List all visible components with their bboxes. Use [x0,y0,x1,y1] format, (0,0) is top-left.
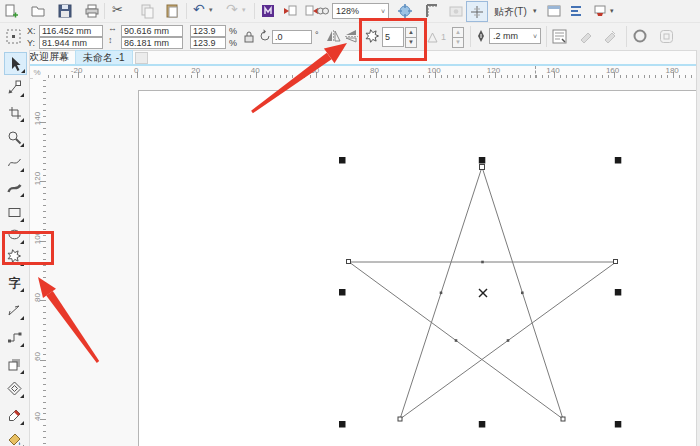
v-ruler-label: 80 [33,287,42,307]
undo-dropdown-icon[interactable]: ▾ [209,6,213,14]
h-ruler-label: 160 [606,66,619,75]
flag-dropdown-icon[interactable]: ▾ [610,7,614,15]
mirror-vertical-icon[interactable] [344,29,359,43]
x-position-field[interactable] [39,25,103,37]
print-icon[interactable] [84,3,100,19]
freehand-tool[interactable] [4,152,25,173]
zoom-tool[interactable] [4,127,25,148]
chevron-down-icon: ˅ [533,33,537,40]
show-rulers-icon[interactable] [424,3,440,19]
rotation-angle-field[interactable] [272,30,312,44]
star-sharpness-spinner: ▲▼ [452,27,464,47]
h-ruler-label: 120 [487,66,500,75]
mirror-horizontal-icon[interactable] [326,29,341,43]
tab-document-label: 未命名 -1 [83,51,125,65]
scale-v-field[interactable] [190,37,226,49]
star-points-icon [364,28,381,45]
zoom-level-select[interactable]: 128% ˅ [332,3,389,19]
text-tool-glyph: 字 [9,277,21,289]
effect-grey-2-icon [602,28,618,44]
save-icon[interactable] [57,3,73,19]
h-ruler-label: 180 [665,66,678,75]
crop-tool[interactable] [4,102,25,123]
drawing-canvas[interactable] [46,78,700,446]
spinner-down-icon: ▼ [452,37,464,48]
lock-ratio-icon[interactable] [242,29,256,44]
shape-tool[interactable] [4,77,25,98]
text-tool[interactable]: 字 [4,272,25,293]
toolbox: 字 [0,50,30,446]
object-height-field[interactable] [121,37,183,49]
document-tab-bar: 欢迎屏幕 未命名 -1 [20,50,700,64]
preview-grey-icon [448,3,464,19]
color-eyedropper-tool[interactable] [4,405,25,426]
wrap-text-icon[interactable] [551,28,568,45]
application-launcher-icon[interactable] [260,3,276,19]
tab-welcome-label: 欢迎屏幕 [29,50,69,64]
spinner-down-icon[interactable]: ▼ [405,37,417,48]
import-icon[interactable] [282,3,298,19]
copy-icon [139,3,155,19]
rotation-unit-label: ° [315,30,319,40]
pick-tool[interactable] [4,52,27,75]
window-options-icon[interactable] [546,3,562,19]
star-sharpness-value: 1 [441,32,446,42]
drop-shadow-tool[interactable] [4,354,25,375]
crosshair-toggle-button[interactable] [466,1,488,22]
search-content-icon[interactable] [315,3,331,19]
rounded-rect-icon [658,28,675,45]
property-bar: X: Y: ↔ ↕ % % ° ▲▼ 1 ▲▼ [0,23,700,51]
h-ruler-label: 100 [427,66,440,75]
v-ruler-label: 40 [33,406,42,426]
undo-icon[interactable]: ↶ [193,1,205,17]
flag-options-icon[interactable] [592,3,608,19]
star-points-spinner[interactable]: ▲▼ [405,27,417,47]
polygon-tool[interactable] [4,246,25,267]
star-points-field[interactable] [382,27,404,47]
height-icon: ↕ [108,35,113,45]
contour-tool[interactable] [4,378,25,399]
v-ruler-label: 140 [33,109,42,129]
scale-h-field[interactable] [190,25,226,37]
v-ruler-label: 120 [33,168,42,188]
page-area[interactable] [138,90,700,446]
h-ruler-label: 140 [546,66,559,75]
percent-h-label: % [229,26,237,36]
h-ruler-label: 20 [191,66,200,75]
vertical-ruler[interactable]: 140120100806040 [33,78,47,446]
artistic-media-tool[interactable] [4,177,25,198]
redo-dropdown-icon: ▾ [242,6,246,14]
ruler-cursor-indicator [535,66,536,78]
connector-tool[interactable] [4,327,25,348]
cut-icon[interactable]: ✂ [112,2,123,17]
outline-width-value: .2 mm [493,31,518,41]
y-position-field[interactable] [39,37,103,49]
alignment-guides-icon[interactable] [568,3,584,19]
outline-width-select[interactable]: .2 mm ˅ [489,28,541,44]
fullscreen-preview-icon[interactable] [397,3,413,19]
redo-icon: ↷ [226,1,238,17]
snap-to-dropdown-icon[interactable]: ▾ [533,7,537,15]
open-folder-icon[interactable] [30,3,46,19]
smart-fill-tool[interactable] [4,429,25,446]
h-ruler-label: 80 [370,66,379,75]
rectangle-tool[interactable] [4,202,25,223]
object-width-field[interactable] [121,25,183,37]
dimension-tool[interactable] [4,300,25,321]
y-label: Y: [27,38,35,48]
star-sharpness-icon [426,31,439,44]
rotation-angle-icon [258,29,272,43]
ellipse-tool[interactable] [4,224,25,245]
tab-overflow-button[interactable] [135,52,148,64]
x-label: X: [27,26,36,36]
object-position-pin-icon[interactable] [5,28,22,45]
snap-to-label[interactable]: 贴齐(T) [494,5,527,19]
chevron-down-icon: ˅ [381,8,385,15]
paste-icon[interactable] [164,3,180,19]
tab-welcome-screen[interactable]: 欢迎屏幕 [22,50,76,64]
standard-toolbar: ✂ ↶ ▾ ↷ ▾ 128% ˅ 贴齐(T) ▾ [0,0,700,23]
tab-document[interactable]: 未命名 -1 [75,50,133,65]
new-document-icon[interactable] [3,3,19,19]
ring-icon[interactable] [632,28,648,44]
h-ruler-label: -20 [71,66,83,75]
